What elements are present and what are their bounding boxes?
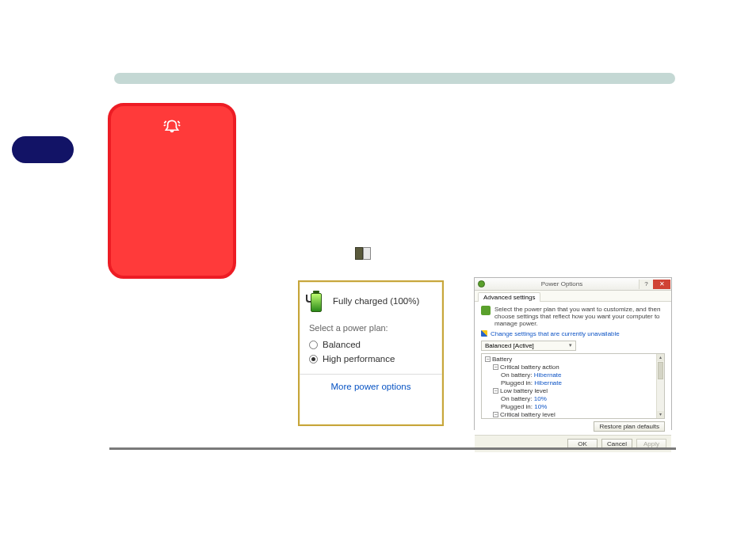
power-plan-label: Balanced [323,340,361,349]
warning-callout [108,103,236,279]
tree-group-label: Critical battery level [500,411,556,418]
power-plan-option-high-performance[interactable]: High performance [300,352,442,366]
close-button[interactable]: ✕ [653,280,670,289]
tree-row-value[interactable]: Hibernate [534,371,562,379]
tab-advanced-settings[interactable]: Advanced settings [478,292,540,302]
power-options-app-icon [478,280,485,287]
dialog-description: Select the power plan that you want to c… [494,306,665,328]
power-plan-section-label: Select a power plan: [300,317,442,337]
dialog-titlebar: Power Options ? ✕ [475,278,671,291]
more-power-options-link[interactable]: More power options [300,374,442,398]
tree-group-label: Critical battery action [500,364,559,371]
tree-row-key: Plugged in: [501,403,533,410]
uac-shield-icon [481,330,487,337]
power-options-dialog: Power Options ? ✕ Advanced settings Sele… [474,277,672,430]
radio-icon [309,355,318,364]
chevron-down-icon: ▾ [569,342,572,348]
tree-root-label: Battery [492,356,512,363]
power-plan-label: High performance [323,354,395,364]
tree-row-key: On battery: [501,371,533,379]
change-unavailable-settings-link[interactable]: Change settings that are currently unava… [481,330,665,337]
dialog-tabstrip: Advanced settings [475,291,671,302]
header-divider [114,73,675,84]
bell-icon [162,117,182,140]
scroll-up-icon[interactable]: ▴ [657,354,664,361]
tree-row-key: On battery: [501,395,533,402]
footer-divider [109,447,676,450]
power-plan-option-balanced[interactable]: Balanced [300,337,442,352]
battery-status-text: Fully charged (100%) [333,296,419,306]
tree-row-value[interactable]: 10% [534,403,547,410]
battery-tile-icon [481,306,491,315]
battery-flyout: Fully charged (100%) Select a power plan… [298,280,444,426]
tree-row-key: Plugged in: [501,379,533,386]
help-button[interactable]: ? [639,280,653,289]
tree-row-value[interactable]: Hibernate [534,379,562,386]
link-text: Change settings that are currently unava… [491,330,620,337]
page-margin-tab [12,136,74,163]
scroll-thumb[interactable] [658,362,663,379]
scroll-down-icon[interactable]: ▾ [657,411,664,418]
power-plan-combo[interactable]: Balanced [Active] ▾ [481,341,576,351]
tree-scrollbar[interactable]: ▴ ▾ [656,354,664,418]
tree-toggle-icon[interactable]: − [493,388,498,394]
settings-tree[interactable]: −Battery −Critical battery action On bat… [482,354,664,419]
tree-toggle-icon[interactable]: − [493,412,498,417]
tree-toggle-icon[interactable]: − [493,364,498,370]
combo-value: Balanced [Active] [485,342,534,349]
tree-toggle-icon[interactable]: − [485,356,491,362]
restore-plan-defaults-button[interactable]: Restore plan defaults [594,421,665,432]
tree-group-label: Low battery level [500,387,548,394]
battery-icon [307,290,325,312]
dialog-title: Power Options [488,280,636,287]
tree-row-value[interactable]: 10% [534,395,547,402]
power-options-inline-icon [355,247,371,260]
radio-icon [309,341,318,349]
